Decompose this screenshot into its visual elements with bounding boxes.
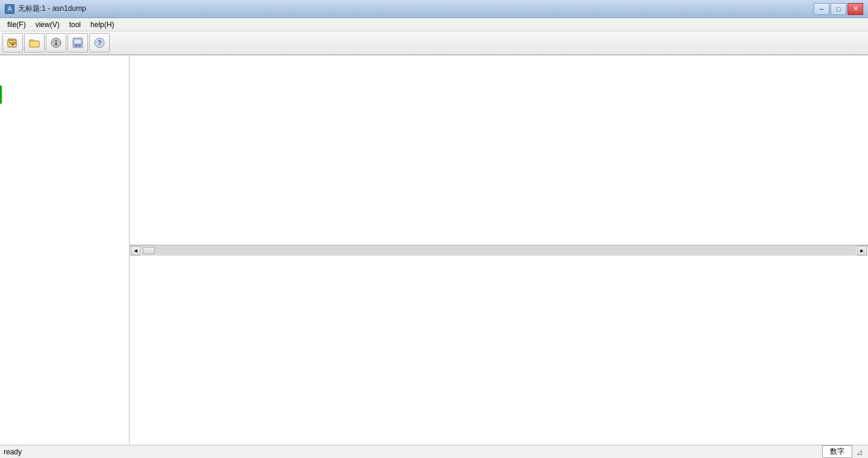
toolbar: ? bbox=[0, 31, 868, 55]
svg-rect-1 bbox=[8, 40, 16, 47]
scroll-track[interactable] bbox=[142, 246, 856, 255]
window-title: 无标题:1 - asn1dump bbox=[18, 4, 86, 14]
scroll-left-button[interactable]: ◄ bbox=[131, 246, 140, 256]
help-button[interactable]: ? bbox=[89, 33, 110, 52]
svg-text:?: ? bbox=[98, 39, 102, 46]
top-content-panel[interactable] bbox=[130, 55, 868, 245]
title-bar-left: A 无标题:1 - asn1dump bbox=[5, 4, 86, 14]
open-file-button[interactable] bbox=[2, 33, 23, 52]
resize-icon: ⊿ bbox=[856, 447, 863, 457]
menu-view[interactable]: view(V) bbox=[31, 19, 64, 30]
menu-help[interactable]: help(H) bbox=[86, 19, 119, 30]
app-icon: A bbox=[5, 4, 14, 14]
status-bar: ready 数字 ⊿ bbox=[0, 445, 868, 458]
bottom-content-panel[interactable] bbox=[130, 256, 868, 445]
svg-point-13 bbox=[77, 45, 78, 46]
title-bar-controls: ─ □ ✕ bbox=[814, 3, 863, 15]
tree-view[interactable] bbox=[0, 55, 129, 445]
help-icon: ? bbox=[93, 37, 105, 49]
horizontal-scrollbar: ◄ ► bbox=[130, 245, 868, 256]
open-folder-button[interactable] bbox=[24, 33, 45, 52]
menu-bar: file(F) view(V) tool help(H) bbox=[0, 18, 868, 31]
menu-file[interactable]: file(F) bbox=[2, 19, 31, 30]
title-bar: A 无标题:1 - asn1dump ─ □ ✕ bbox=[0, 0, 868, 18]
right-panels: ◄ ► bbox=[130, 55, 868, 445]
left-panel bbox=[0, 55, 130, 445]
svg-rect-11 bbox=[74, 39, 81, 44]
status-right: 数字 ⊿ bbox=[822, 445, 864, 458]
open-folder-icon bbox=[28, 37, 40, 49]
svg-rect-9 bbox=[55, 43, 57, 46]
svg-rect-3 bbox=[9, 39, 12, 40]
status-num-box: 数字 bbox=[822, 445, 852, 458]
open-file-icon bbox=[7, 37, 19, 49]
scroll-right-arrow: ► bbox=[860, 248, 865, 254]
main-area: ◄ ► bbox=[0, 55, 868, 445]
minimize-button[interactable]: ─ bbox=[814, 3, 829, 15]
export-icon bbox=[72, 37, 84, 49]
scroll-thumb[interactable] bbox=[143, 247, 155, 254]
export-button[interactable] bbox=[68, 33, 88, 52]
info-icon bbox=[50, 37, 62, 49]
status-text: ready bbox=[4, 448, 22, 456]
scroll-right-button[interactable]: ► bbox=[857, 246, 867, 256]
svg-point-8 bbox=[55, 40, 57, 42]
scroll-left-arrow: ◄ bbox=[133, 248, 139, 254]
maximize-button[interactable]: □ bbox=[831, 3, 846, 15]
left-accent-bar bbox=[0, 86, 2, 104]
menu-tool[interactable]: tool bbox=[64, 19, 86, 30]
close-button[interactable]: ✕ bbox=[848, 3, 863, 15]
resize-grip: ⊿ bbox=[855, 447, 864, 457]
info-button[interactable] bbox=[46, 33, 66, 52]
svg-rect-6 bbox=[30, 41, 39, 47]
